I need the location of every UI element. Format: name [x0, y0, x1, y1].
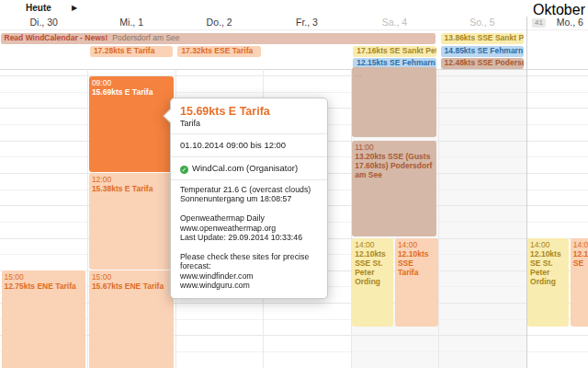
event[interactable]: 14:0012.10kts SE St. Peter Ording — [527, 238, 569, 327]
selected-event[interactable]: 09:0015.69kts E Tarifa — [89, 76, 174, 172]
popover-header: 15.69kts E Tarifa Tarifa — [171, 98, 327, 133]
day-header: Fr., 3 — [263, 17, 350, 29]
event[interactable]: 14:0012.10kts SSE St. Peter Ording — [352, 238, 393, 327]
allday-event[interactable]: 12.48kts SSE Podersdo... — [441, 58, 524, 69]
popover-notes: Temperatur 21.6 C (overcast clouds) Sonn… — [171, 179, 327, 298]
popover-event-title: 15.69kts E Tarifa — [180, 105, 318, 118]
event[interactable]: 14:0012.10kts SE — [571, 238, 588, 327]
day-header: Sa., 4 — [351, 17, 438, 29]
popover-organizer: WindCal.com (Organisator) — [192, 163, 298, 173]
grid-line — [438, 69, 439, 368]
popover-organizer-row: ✓WindCal.com (Organisator) — [171, 156, 327, 179]
event[interactable]: 12:0015.38kts E Tarifa — [89, 173, 174, 269]
event-popover: 15.69kts E Tarifa Tarifa 01.10.2014 09:0… — [170, 98, 328, 299]
day-header: So., 5 — [438, 17, 526, 29]
allday-event[interactable]: 14.85kts SE Fehmarn — [441, 46, 524, 57]
allday-event[interactable]: Read WindCalendar - News!Podersdorf am S… — [1, 33, 435, 44]
allday-event[interactable]: 13.86kts SSE Sankt Pet... — [441, 33, 524, 44]
event[interactable]: ... — [352, 67, 436, 138]
grid-line — [0, 29, 588, 30]
allday-event[interactable]: 17.16kts SE Sankt Pete... — [353, 46, 435, 57]
day-header: Di., 30 — [0, 17, 87, 29]
event[interactable]: 15:0015.67kts ENE Tarifa — [89, 270, 174, 368]
popover-datetime: 01.10.2014 09:00 bis 12:00 — [171, 133, 327, 156]
organizer-check-icon: ✓ — [180, 166, 188, 174]
allday-event[interactable]: 17.28kts E Tarifa — [90, 46, 173, 57]
day-header: Mo., 6 — [526, 17, 588, 29]
day-header: Mi., 1 — [87, 17, 175, 29]
forward-arrow-icon[interactable]: ▶ — [72, 4, 77, 12]
popover-event-location: Tarifa — [180, 119, 318, 129]
event[interactable]: 11:0013.20kts SSE (Gusts 17.60kts) Poder… — [352, 141, 436, 236]
event[interactable]: 14:0012.10kts SSE Tarifa — [395, 238, 438, 327]
today-button[interactable]: Heute — [26, 3, 51, 13]
event[interactable]: 15:0012.75kts ENE Tarifa — [2, 270, 86, 368]
calendar-week-view: Heute ▶ Oktober 41 Di., 30Mi., 1Do., 2Fr… — [0, 0, 588, 368]
allday-event[interactable]: 17.32kts ESE Tarifa — [177, 46, 260, 57]
day-header: Do., 2 — [175, 17, 263, 29]
weekend-tint — [438, 69, 526, 368]
